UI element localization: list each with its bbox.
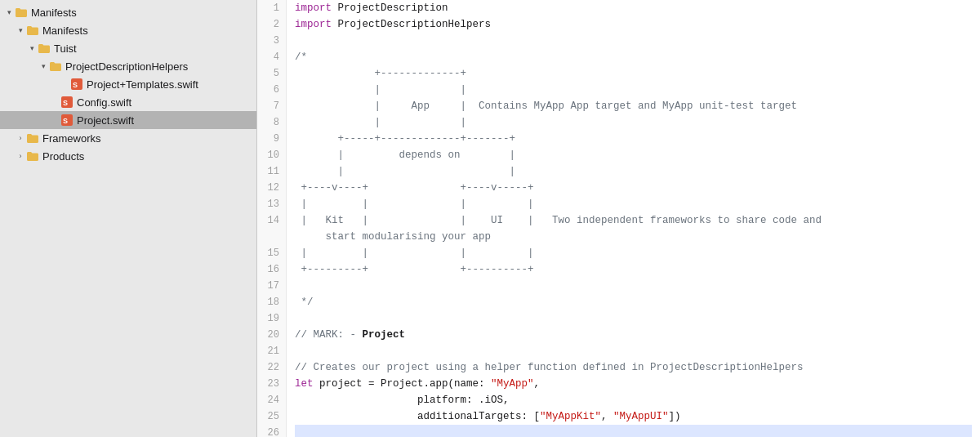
line-number: 18	[257, 294, 286, 310]
svg-text:S: S	[73, 81, 78, 89]
folder-icon	[38, 42, 51, 55]
line-number: 22	[257, 359, 286, 376]
line-number: 12	[257, 180, 286, 196]
code-line-24: platform: .iOS,	[295, 392, 972, 408]
code-line-11: | |	[295, 163, 972, 180]
code-line-18: */	[295, 294, 972, 310]
code-content: import ProjectDescription import Project…	[287, 0, 980, 437]
code-line-3	[295, 33, 972, 49]
code-line-2: import ProjectDescriptionHelpers	[295, 16, 972, 33]
folder-icon	[26, 132, 39, 145]
comment-mark: // MARK: -	[295, 329, 363, 341]
sidebar-item-label: Tuist	[54, 42, 77, 55]
swift-file-icon: S	[70, 78, 83, 91]
sidebar-item-label: Config.swift	[77, 96, 131, 109]
code-line-21	[295, 343, 972, 359]
string: "MyAppUI"	[613, 411, 669, 422]
sidebar-item-label: Manifests	[42, 25, 88, 37]
line-number: 26	[257, 425, 286, 437]
line-number: 5	[257, 65, 286, 82]
line-number: 3	[257, 33, 286, 49]
code-line-1: import ProjectDescription	[295, 0, 972, 16]
code-line-7: | App | Contains MyApp App target and My…	[295, 98, 972, 114]
sidebar-item-frameworks[interactable]: › Frameworks	[0, 129, 256, 147]
sidebar-item-label: Project.swift	[77, 114, 134, 127]
sidebar-item-config[interactable]: ▾ S Config.swift	[0, 93, 256, 111]
line-number: 7	[257, 98, 286, 114]
line-number: 11	[257, 163, 286, 180]
line-number: 4	[257, 49, 286, 65]
keyword: let	[295, 378, 314, 390]
folder-icon	[49, 60, 62, 73]
folder-icon	[26, 149, 39, 163]
swift-file-icon: S	[60, 114, 74, 127]
sidebar-item-pdh[interactable]: ▾ ProjectDescriptionHelpers	[0, 57, 256, 75]
line-number: 14	[257, 212, 286, 229]
code-line-17	[295, 278, 972, 294]
mark-bold: Project	[363, 329, 406, 341]
code-line-19	[295, 310, 972, 327]
string: "MyAppKit"	[540, 411, 601, 422]
swift-file-icon: S	[60, 96, 74, 109]
sidebar-item-label: Project+Templates.swift	[87, 78, 198, 91]
line-number: 25	[257, 408, 286, 425]
code-line-6: | |	[295, 82, 972, 98]
sidebar-item-label: Frameworks	[42, 132, 101, 145]
keyword: import	[295, 2, 332, 14]
sidebar-item-tuist[interactable]: ▾ Tuist	[0, 39, 256, 57]
line-number: 9	[257, 131, 286, 147]
line-number: 20	[257, 327, 286, 343]
line-number: 15	[257, 245, 286, 261]
line-number: 17	[257, 278, 286, 294]
line-number: 2	[257, 16, 286, 33]
code-line-15: | | | |	[295, 245, 972, 261]
line-number: 24	[257, 392, 286, 408]
code-line-4: /*	[295, 49, 972, 65]
line-number: 21	[257, 343, 286, 359]
code-line-12: +----v----+ +----v-----+	[295, 180, 972, 196]
code-line-20: // MARK: - Project	[295, 327, 972, 343]
chevron-down-icon: ▾	[15, 25, 26, 36]
code-line-13: | | | |	[295, 196, 972, 212]
sidebar-item-project-swift[interactable]: ▾ S Project.swift	[0, 111, 256, 129]
line-number: 13	[257, 196, 286, 212]
sidebar-item-label: ProjectDescriptionHelpers	[65, 60, 188, 73]
code-line-9: +-----+-------------+-------+	[295, 131, 972, 147]
line-numbers: 1 2 3 4 5 6 7 8 9 10 11 12 13 14 15 16 1…	[257, 0, 287, 437]
string: "MyApp"	[491, 378, 534, 390]
svg-text:S: S	[63, 117, 68, 125]
chevron-down-icon: ▾	[38, 60, 49, 72]
line-number: 1	[257, 0, 286, 16]
code-line-5: +-------------+	[295, 65, 972, 82]
sidebar-item-label: Products	[42, 150, 84, 163]
chevron-right-icon: ›	[15, 150, 26, 162]
code-editor[interactable]: 1 2 3 4 5 6 7 8 9 10 11 12 13 14 15 16 1…	[257, 0, 980, 437]
code-line-22: // Creates our project using a helper fu…	[295, 359, 972, 376]
sidebar-item-manifests-root[interactable]: ▾ Manifests	[0, 3, 256, 21]
sidebar-item-label: Manifests	[31, 7, 77, 19]
chevron-down-icon: ▾	[26, 42, 38, 54]
code-area: 1 2 3 4 5 6 7 8 9 10 11 12 13 14 15 16 1…	[257, 0, 980, 437]
line-number: 23	[257, 376, 286, 392]
code-line-16: +---------+ +----------+	[295, 261, 972, 278]
sidebar-item-manifests-folder[interactable]: ▾ Manifests	[0, 21, 256, 39]
folder-icon	[15, 6, 28, 19]
line-number: 10	[257, 147, 286, 163]
code-line-25: additionalTargets: ["MyAppKit", "MyAppUI…	[295, 408, 972, 425]
sidebar-item-products[interactable]: › Products	[0, 147, 256, 165]
sidebar: ▾ Manifests ▾ Manifests ▾ Tuist ▾	[0, 0, 257, 437]
code-line-23: let project = Project.app(name: "MyApp",	[295, 376, 972, 392]
svg-text:S: S	[63, 99, 68, 107]
code-line-14: | Kit | | UI | Two independent framework…	[295, 212, 972, 229]
line-number: 8	[257, 114, 286, 131]
folder-icon	[26, 24, 39, 37]
chevron-right-icon: ›	[15, 132, 26, 144]
code-line-10: | depends on |	[295, 147, 972, 163]
sidebar-item-project-templates[interactable]: ▾ S Project+Templates.swift	[0, 75, 256, 93]
line-number: 6	[257, 82, 286, 98]
code-line-14b: start modularising your app	[295, 229, 972, 245]
line-number: 16	[257, 261, 286, 278]
chevron-down-icon: ▾	[3, 7, 15, 18]
code-line-8: | |	[295, 114, 972, 131]
code-line-26	[295, 425, 972, 437]
